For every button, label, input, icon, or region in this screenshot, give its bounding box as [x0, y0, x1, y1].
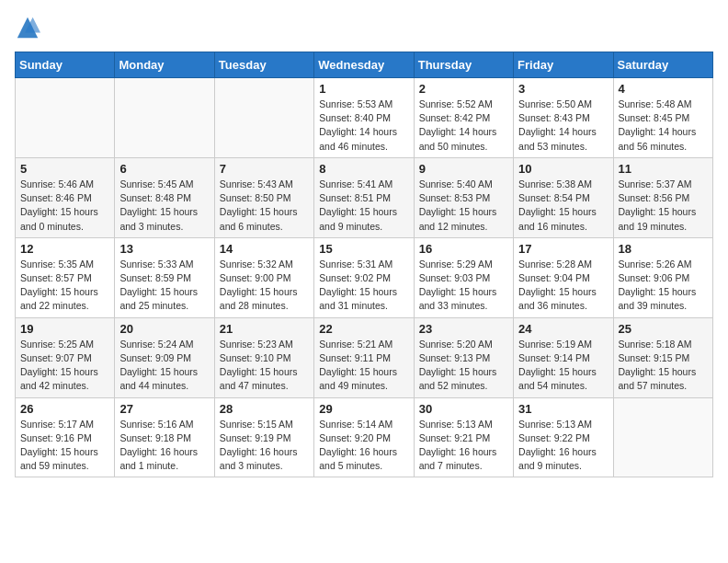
day-number: 25: [619, 322, 708, 336]
day-number: 20: [119, 322, 209, 336]
weekday-header-tuesday: Tuesday: [214, 52, 313, 78]
day-number: 31: [518, 402, 608, 416]
calendar-cell: 7Sunrise: 5:43 AM Sunset: 8:50 PM Daylig…: [214, 157, 313, 237]
day-info: Sunrise: 5:45 AM Sunset: 8:48 PM Dayligh…: [119, 178, 209, 234]
calendar-cell: 19Sunrise: 5:25 AM Sunset: 9:07 PM Dayli…: [16, 317, 115, 397]
day-info: Sunrise: 5:13 AM Sunset: 9:22 PM Dayligh…: [518, 418, 608, 474]
day-number: 7: [220, 162, 309, 176]
day-info: Sunrise: 5:50 AM Sunset: 8:43 PM Dayligh…: [518, 98, 608, 154]
calendar-cell: 18Sunrise: 5:26 AM Sunset: 9:06 PM Dayli…: [613, 237, 712, 317]
calendar-cell: 10Sunrise: 5:38 AM Sunset: 8:54 PM Dayli…: [514, 157, 613, 237]
calendar-cell: 13Sunrise: 5:33 AM Sunset: 8:59 PM Dayli…: [115, 237, 214, 317]
day-info: Sunrise: 5:19 AM Sunset: 9:14 PM Dayligh…: [518, 338, 608, 394]
calendar-cell: 23Sunrise: 5:20 AM Sunset: 9:13 PM Dayli…: [414, 317, 513, 397]
day-info: Sunrise: 5:25 AM Sunset: 9:07 PM Dayligh…: [20, 338, 109, 394]
day-info: Sunrise: 5:28 AM Sunset: 9:04 PM Dayligh…: [518, 258, 608, 314]
day-number: 29: [319, 402, 408, 416]
calendar-week-3: 12Sunrise: 5:35 AM Sunset: 8:57 PM Dayli…: [16, 237, 713, 317]
calendar-cell: 26Sunrise: 5:17 AM Sunset: 9:16 PM Dayli…: [16, 397, 115, 477]
day-info: Sunrise: 5:52 AM Sunset: 8:42 PM Dayligh…: [419, 98, 508, 154]
calendar-week-4: 19Sunrise: 5:25 AM Sunset: 9:07 PM Dayli…: [16, 317, 713, 397]
weekday-header-saturday: Saturday: [613, 52, 712, 78]
calendar-cell: 5Sunrise: 5:46 AM Sunset: 8:46 PM Daylig…: [16, 157, 115, 237]
calendar-cell: 9Sunrise: 5:40 AM Sunset: 8:53 PM Daylig…: [414, 157, 513, 237]
day-info: Sunrise: 5:33 AM Sunset: 8:59 PM Dayligh…: [119, 258, 209, 314]
calendar-week-2: 5Sunrise: 5:46 AM Sunset: 8:46 PM Daylig…: [16, 157, 713, 237]
calendar-cell: 25Sunrise: 5:18 AM Sunset: 9:15 PM Dayli…: [613, 317, 712, 397]
day-number: 26: [20, 402, 109, 416]
day-info: Sunrise: 5:53 AM Sunset: 8:40 PM Dayligh…: [319, 98, 408, 154]
logo-icon: [15, 15, 40, 40]
calendar-cell: 1Sunrise: 5:53 AM Sunset: 8:40 PM Daylig…: [314, 78, 414, 158]
calendar-cell: 17Sunrise: 5:28 AM Sunset: 9:04 PM Dayli…: [514, 237, 613, 317]
day-number: 19: [20, 322, 109, 336]
page-header: [15, 15, 713, 40]
weekday-header-friday: Friday: [514, 52, 613, 78]
day-number: 1: [319, 82, 408, 96]
calendar-cell: 3Sunrise: 5:50 AM Sunset: 8:43 PM Daylig…: [514, 78, 613, 158]
day-info: Sunrise: 5:38 AM Sunset: 8:54 PM Dayligh…: [518, 178, 608, 234]
day-number: 2: [419, 82, 508, 96]
calendar-cell: 16Sunrise: 5:29 AM Sunset: 9:03 PM Dayli…: [414, 237, 513, 317]
calendar-cell: 20Sunrise: 5:24 AM Sunset: 9:09 PM Dayli…: [115, 317, 214, 397]
day-number: 21: [220, 322, 309, 336]
calendar-cell: 30Sunrise: 5:13 AM Sunset: 9:21 PM Dayli…: [414, 397, 513, 477]
day-number: 22: [319, 322, 408, 336]
weekday-header-monday: Monday: [115, 52, 214, 78]
day-number: 30: [419, 402, 508, 416]
calendar-cell: 12Sunrise: 5:35 AM Sunset: 8:57 PM Dayli…: [16, 237, 115, 317]
calendar-cell: [16, 78, 115, 158]
day-number: 28: [220, 402, 309, 416]
day-info: Sunrise: 5:35 AM Sunset: 8:57 PM Dayligh…: [20, 258, 109, 314]
calendar-cell: 22Sunrise: 5:21 AM Sunset: 9:11 PM Dayli…: [314, 317, 414, 397]
calendar-cell: 14Sunrise: 5:32 AM Sunset: 9:00 PM Dayli…: [214, 237, 313, 317]
day-number: 4: [619, 82, 708, 96]
day-number: 5: [20, 162, 109, 176]
day-number: 18: [619, 242, 708, 256]
day-info: Sunrise: 5:43 AM Sunset: 8:50 PM Dayligh…: [220, 178, 309, 234]
day-number: 24: [518, 322, 608, 336]
day-info: Sunrise: 5:21 AM Sunset: 9:11 PM Dayligh…: [319, 338, 408, 394]
calendar-cell: [115, 78, 214, 158]
calendar-body: 1Sunrise: 5:53 AM Sunset: 8:40 PM Daylig…: [16, 78, 713, 477]
calendar-cell: 8Sunrise: 5:41 AM Sunset: 8:51 PM Daylig…: [314, 157, 414, 237]
day-number: 6: [119, 162, 209, 176]
day-info: Sunrise: 5:18 AM Sunset: 9:15 PM Dayligh…: [619, 338, 708, 394]
weekday-header-thursday: Thursday: [414, 52, 513, 78]
calendar-cell: 29Sunrise: 5:14 AM Sunset: 9:20 PM Dayli…: [314, 397, 414, 477]
calendar-cell: [613, 397, 712, 477]
weekday-header-sunday: Sunday: [16, 52, 115, 78]
day-number: 12: [20, 242, 109, 256]
day-number: 16: [419, 242, 508, 256]
weekday-header-row: SundayMondayTuesdayWednesdayThursdayFrid…: [16, 52, 713, 78]
day-number: 10: [518, 162, 608, 176]
calendar-table: SundayMondayTuesdayWednesdayThursdayFrid…: [15, 52, 713, 477]
calendar-cell: 31Sunrise: 5:13 AM Sunset: 9:22 PM Dayli…: [514, 397, 613, 477]
day-number: 23: [419, 322, 508, 336]
calendar-cell: 15Sunrise: 5:31 AM Sunset: 9:02 PM Dayli…: [314, 237, 414, 317]
day-number: 3: [518, 82, 608, 96]
day-info: Sunrise: 5:48 AM Sunset: 8:45 PM Dayligh…: [619, 98, 708, 154]
calendar-cell: 27Sunrise: 5:16 AM Sunset: 9:18 PM Dayli…: [115, 397, 214, 477]
calendar-cell: 4Sunrise: 5:48 AM Sunset: 8:45 PM Daylig…: [613, 78, 712, 158]
day-info: Sunrise: 5:13 AM Sunset: 9:21 PM Dayligh…: [419, 418, 508, 474]
calendar-cell: 24Sunrise: 5:19 AM Sunset: 9:14 PM Dayli…: [514, 317, 613, 397]
day-info: Sunrise: 5:41 AM Sunset: 8:51 PM Dayligh…: [319, 178, 408, 234]
day-number: 14: [220, 242, 309, 256]
day-info: Sunrise: 5:14 AM Sunset: 9:20 PM Dayligh…: [319, 418, 408, 474]
day-number: 15: [319, 242, 408, 256]
day-info: Sunrise: 5:37 AM Sunset: 8:56 PM Dayligh…: [619, 178, 708, 234]
day-info: Sunrise: 5:46 AM Sunset: 8:46 PM Dayligh…: [20, 178, 109, 234]
day-info: Sunrise: 5:40 AM Sunset: 8:53 PM Dayligh…: [419, 178, 508, 234]
calendar-cell: 6Sunrise: 5:45 AM Sunset: 8:48 PM Daylig…: [115, 157, 214, 237]
day-number: 9: [419, 162, 508, 176]
day-number: 13: [119, 242, 209, 256]
weekday-header-wednesday: Wednesday: [314, 52, 414, 78]
day-number: 11: [619, 162, 708, 176]
day-number: 27: [119, 402, 209, 416]
day-number: 8: [319, 162, 408, 176]
day-info: Sunrise: 5:20 AM Sunset: 9:13 PM Dayligh…: [419, 338, 508, 394]
day-info: Sunrise: 5:24 AM Sunset: 9:09 PM Dayligh…: [119, 338, 209, 394]
day-info: Sunrise: 5:15 AM Sunset: 9:19 PM Dayligh…: [220, 418, 309, 474]
calendar-cell: 28Sunrise: 5:15 AM Sunset: 9:19 PM Dayli…: [214, 397, 313, 477]
